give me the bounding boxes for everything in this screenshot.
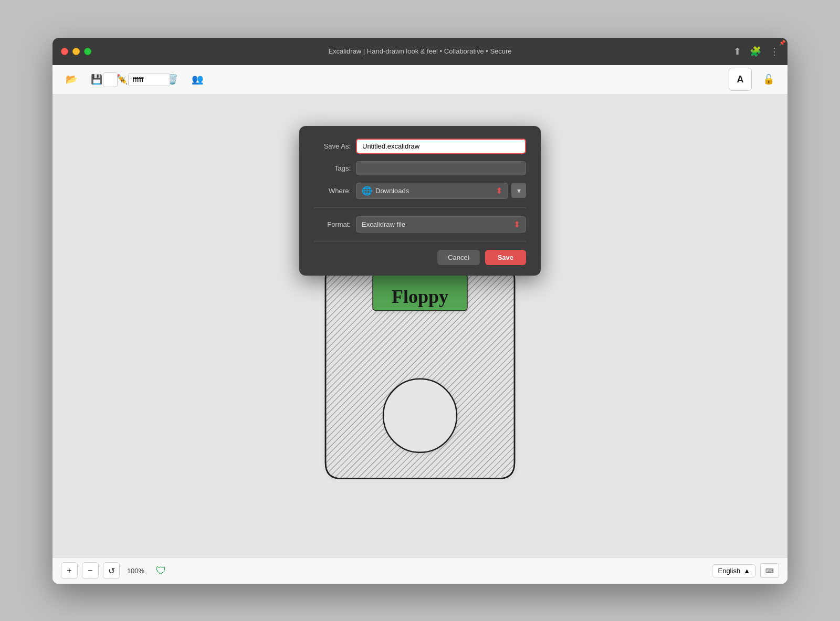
format-arrows-icon: ⬍ (513, 219, 520, 229)
zoom-controls: + − ↺ 100% 🛡 (61, 562, 166, 579)
shield-icon: 🛡 (156, 565, 166, 577)
collaborators-btn[interactable]: 👥 (187, 69, 208, 90)
share-icon[interactable]: ⬆ (733, 46, 741, 57)
traffic-lights (61, 48, 91, 55)
cancel-button[interactable]: Cancel (437, 250, 479, 265)
canvas-area[interactable]: Floppy Save As: Tags: (52, 94, 788, 557)
open-folder-btn[interactable]: 📂 (61, 69, 82, 90)
keyboard-icon[interactable]: ⌨ (760, 563, 779, 578)
titlebar: Excalidraw | Hand-drawn look & feel • Co… (52, 38, 788, 65)
font-btn[interactable]: A (729, 68, 752, 91)
chevron-up-icon: ▲ (743, 567, 750, 575)
window-title: Excalidraw | Hand-drawn look & feel • Co… (328, 47, 511, 55)
bottombar: + − ↺ 100% 🛡 English ▲ ⌨ (52, 557, 788, 584)
zoom-level: 100% (124, 567, 148, 575)
where-folder-icon: 🌐 (362, 186, 372, 196)
dialog-buttons: Cancel Save (314, 250, 526, 265)
color-swatch[interactable] (103, 72, 118, 87)
tags-row: Tags: (314, 161, 526, 175)
puzzle-icon[interactable]: 🧩 (750, 46, 761, 57)
tags-label: Tags: (314, 164, 351, 172)
format-value: Excalidraw file (362, 220, 405, 228)
save-dialog: Save As: Tags: Where: 🌐 (299, 126, 541, 276)
chevron-down-icon: ▾ (517, 186, 521, 195)
reset-zoom-icon: ↺ (108, 566, 115, 576)
tags-input[interactable] (356, 161, 526, 175)
app-content: 📂 💾 ✏️ 📤 🗑️ 👥 A 🔓 # (52, 65, 788, 584)
format-label: Format: (314, 220, 351, 228)
where-label: Where: (314, 187, 351, 195)
dialog-separator-2 (314, 241, 526, 241)
save-as-label: Save As: (314, 142, 351, 150)
minimize-button[interactable] (72, 48, 80, 55)
where-row: Where: 🌐 Downloads ⬍ ▾ (314, 183, 526, 199)
toolbar: 📂 💾 ✏️ 📤 🗑️ 👥 A 🔓 # (52, 65, 788, 94)
where-dropdown[interactable]: 🌐 Downloads ⬍ (356, 183, 508, 199)
maximize-button[interactable] (84, 48, 91, 55)
language-dropdown[interactable]: English ▲ (712, 564, 756, 577)
format-dropdown[interactable]: Excalidraw file ⬍ (356, 216, 526, 233)
format-row: Format: Excalidraw file ⬍ (314, 216, 526, 233)
app-window: Excalidraw | Hand-drawn look & feel • Co… (52, 38, 788, 584)
color-hex-input[interactable] (128, 73, 170, 86)
language-value: English (718, 567, 740, 575)
hash-label: # (121, 76, 125, 84)
titlebar-icons: ⬆ 🧩 ⋮ (733, 46, 779, 57)
language-selector: English ▲ ⌨ (712, 563, 779, 578)
where-expand-btn[interactable]: ▾ (511, 183, 526, 198)
lock-btn[interactable]: 🔓 (758, 69, 779, 90)
dialog-overlay: Save As: Tags: Where: 🌐 (52, 94, 788, 557)
zoom-in-button[interactable]: + (61, 562, 78, 579)
save-as-row: Save As: (314, 139, 526, 154)
where-container: 🌐 Downloads ⬍ ▾ (356, 183, 526, 199)
reset-zoom-button[interactable]: ↺ (103, 562, 120, 579)
save-as-input[interactable] (356, 139, 526, 154)
color-picker-area: # (103, 72, 170, 87)
dialog-separator (314, 207, 526, 208)
where-arrows-icon: ⬍ (496, 186, 502, 196)
pin-icon: 📌 (779, 40, 785, 46)
zoom-out-button[interactable]: − (82, 562, 99, 579)
font-icon: A (737, 74, 744, 85)
save-button[interactable]: Save (485, 250, 526, 265)
close-button[interactable] (61, 48, 68, 55)
where-value: Downloads (375, 187, 409, 195)
